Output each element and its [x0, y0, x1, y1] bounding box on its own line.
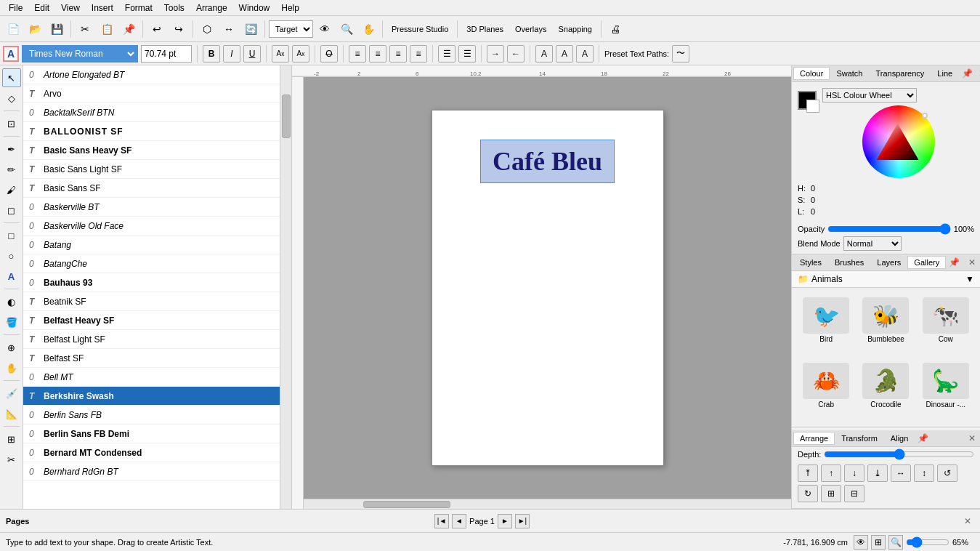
brush-tool[interactable]: 🖌: [2, 180, 21, 199]
align-right-btn[interactable]: ≡: [389, 45, 407, 63]
gallery-item[interactable]: 🐦Bird: [798, 294, 854, 356]
font-list-item[interactable]: TArvo: [23, 84, 280, 103]
toggle-panel-btn[interactable]: ⊞: [871, 535, 886, 550]
indent-btn[interactable]: →: [487, 45, 504, 63]
move-forward-btn[interactable]: ↑: [821, 464, 841, 482]
overlays-btn[interactable]: Overlays: [510, 19, 551, 39]
outdent-btn[interactable]: ←: [507, 45, 525, 63]
arrange-panel-close[interactable]: ✕: [965, 433, 979, 443]
font-scrollbar-thumb[interactable]: [282, 94, 291, 138]
flip-btn[interactable]: ↔: [219, 19, 239, 39]
erase-tool[interactable]: ◻: [2, 201, 21, 220]
planes-btn[interactable]: 3D Planes: [461, 19, 509, 39]
layers-tab[interactable]: Layers: [870, 256, 907, 269]
menu-help[interactable]: Help: [275, 1, 305, 15]
gallery-pin[interactable]: 📌: [946, 257, 963, 268]
font-list-item[interactable]: 0BatangChe: [23, 254, 280, 273]
font-list-item[interactable]: 0BacktalkSerif BTN: [23, 103, 280, 122]
font-list-item[interactable]: 0Bernhard RdGn BT: [23, 462, 280, 481]
bold-button[interactable]: B: [203, 45, 220, 63]
align-center-btn[interactable]: ≡: [369, 45, 386, 63]
font-list-item[interactable]: 0Bauhaus 93: [23, 273, 280, 292]
rotate-left-btn[interactable]: ↺: [937, 464, 957, 482]
gallery-tab[interactable]: Gallery: [907, 256, 946, 269]
slice-tool[interactable]: ✂: [2, 450, 21, 469]
preset-path-btn[interactable]: 〜: [672, 45, 689, 63]
zoom-out-btn[interactable]: 🔍: [888, 535, 903, 550]
depth-slider[interactable]: [824, 451, 974, 457]
transform-btn[interactable]: ⬡: [197, 19, 217, 39]
superscript-btn[interactable]: Ax: [272, 45, 289, 63]
zoom-btn[interactable]: 🔍: [336, 19, 357, 39]
persona-dropdown[interactable]: Target: [269, 20, 313, 38]
zoom-tool[interactable]: ⊕: [2, 338, 21, 357]
shape-tool[interactable]: □: [2, 226, 21, 245]
align-left-btn[interactable]: ≡: [349, 45, 366, 63]
font-list-item[interactable]: 0Artone Elongated BT: [23, 65, 280, 84]
bg-color-swatch[interactable]: [806, 100, 819, 113]
gallery-item[interactable]: 🦀Crab: [798, 359, 854, 422]
canvas-hscroll[interactable]: [304, 499, 791, 509]
styles-tab[interactable]: Styles: [793, 256, 828, 269]
save-btn[interactable]: 💾: [46, 19, 67, 39]
color-picker[interactable]: 💉: [2, 384, 21, 403]
font-list-item[interactable]: 0Berlin Sans FB: [23, 406, 280, 425]
font-name-select[interactable]: Times New Roman: [22, 45, 138, 63]
colour-tab[interactable]: Colour: [793, 67, 830, 80]
move-to-front-btn[interactable]: ⤒: [798, 464, 818, 482]
menu-format[interactable]: Format: [119, 1, 158, 15]
font-list-scrollbar[interactable]: [280, 65, 291, 509]
align-tab[interactable]: Align: [884, 432, 915, 445]
prev-page-btn[interactable]: ◄: [452, 514, 466, 528]
transparency-tab[interactable]: Transparency: [869, 67, 931, 80]
first-page-btn[interactable]: |◄: [434, 514, 449, 528]
open-btn[interactable]: 📂: [25, 19, 45, 39]
hscroll-thumb[interactable]: [363, 501, 450, 508]
wheel-handle[interactable]: [922, 113, 928, 118]
pencil-tool[interactable]: ✏: [2, 160, 21, 179]
redo-btn[interactable]: ↪: [169, 19, 189, 39]
flip-v-btn[interactable]: ↕: [914, 464, 934, 482]
menu-window[interactable]: Window: [233, 1, 276, 15]
arrange-pin[interactable]: 📌: [915, 433, 931, 443]
ellipse-tool[interactable]: ○: [2, 246, 21, 265]
font-list-item[interactable]: TBasic Sans Heavy SF: [23, 141, 280, 160]
hsl-color-wheel[interactable]: [862, 105, 935, 178]
italic-button[interactable]: I: [223, 45, 240, 63]
gallery-panel-close[interactable]: ✕: [965, 257, 979, 268]
align-justify-btn[interactable]: ≡: [410, 45, 427, 63]
group-btn[interactable]: ⊞: [821, 485, 841, 502]
list-ordered-btn[interactable]: ☰: [458, 45, 476, 63]
gallery-item[interactable]: 🐄Cow: [918, 294, 974, 356]
paste-btn[interactable]: 📌: [118, 19, 139, 39]
menu-file[interactable]: File: [3, 1, 28, 15]
canvas-area[interactable]: Café Bleu: [304, 77, 791, 499]
font-list-item[interactable]: 0Baskerville BT: [23, 198, 280, 217]
swatch-tab[interactable]: Swatch: [830, 67, 869, 80]
font-list-item[interactable]: TBeatnik SF: [23, 292, 280, 311]
align-tool[interactable]: ⊞: [2, 430, 21, 449]
last-page-btn[interactable]: ►|: [515, 514, 530, 528]
font-list-item[interactable]: TBasic Sans Light SF: [23, 160, 280, 179]
subscript-btn[interactable]: Ax: [292, 45, 309, 63]
underline-button[interactable]: U: [243, 45, 261, 63]
pressure-btn[interactable]: Pressure Studio: [386, 19, 453, 39]
fg-color-swatch[interactable]: [798, 91, 817, 110]
font-list-item[interactable]: TBelfast Heavy SF: [23, 311, 280, 330]
arrange-tab[interactable]: Arrange: [793, 432, 835, 445]
strikethrough-btn[interactable]: O: [320, 45, 338, 63]
list-unordered-btn[interactable]: ☰: [438, 45, 455, 63]
move-backward-btn[interactable]: ↓: [844, 464, 864, 482]
pan-btn[interactable]: ✋: [358, 19, 378, 39]
view-mode-btn[interactable]: 👁: [854, 535, 868, 550]
select-tool[interactable]: ↖: [2, 68, 21, 87]
show-para-btn[interactable]: A: [556, 45, 573, 63]
rotate-right-btn[interactable]: ↻: [798, 485, 818, 502]
undo-btn[interactable]: ↩: [147, 19, 167, 39]
color-mode-select[interactable]: HSL Colour Wheel: [822, 88, 917, 102]
menu-tools[interactable]: Tools: [158, 1, 190, 15]
zoom-slider[interactable]: [906, 538, 949, 547]
show-span-btn[interactable]: A: [576, 45, 594, 63]
hand-tool[interactable]: ✋: [2, 358, 21, 377]
font-list-item[interactable]: TBasic Sans SF: [23, 179, 280, 198]
